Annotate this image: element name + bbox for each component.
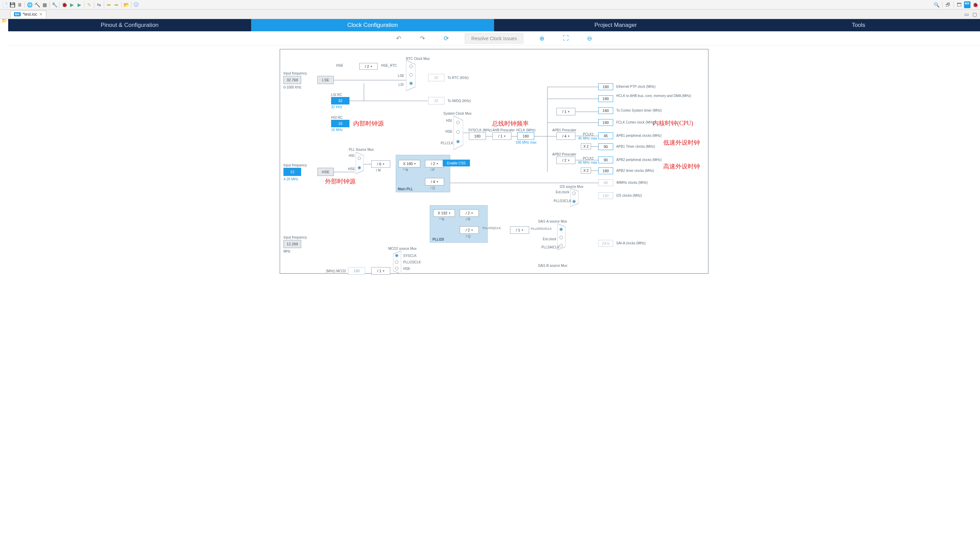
save-icon[interactable]: 💾 bbox=[9, 2, 16, 8]
fwd-icon[interactable]: ➡ bbox=[113, 2, 120, 8]
build-icon[interactable]: 🔨 bbox=[34, 2, 40, 8]
file-tab[interactable]: MX *test.ioc ✕ bbox=[10, 11, 46, 18]
highlight-icon[interactable]: ✎ bbox=[86, 2, 92, 8]
globe-icon[interactable]: 🌐 bbox=[26, 2, 33, 8]
back-icon[interactable]: ⬅ bbox=[105, 2, 112, 8]
open-icon[interactable]: 📂 bbox=[123, 2, 130, 8]
perspective-icon[interactable]: 🗗 bbox=[945, 2, 951, 8]
minimize-icon[interactable]: ▭ bbox=[963, 11, 970, 18]
info-icon[interactable]: ⓘ bbox=[133, 2, 140, 8]
run2-icon[interactable]: ▶ bbox=[76, 2, 83, 8]
top-toolbar: 📄 💾 🗎 🌐 🔨 ▦ 🔧 🐞 ▶ ▶ ✎ ⇆ ⬅ ➡ 📂 ⓘ 🔍 🗗 🗔 MX… bbox=[0, 0, 980, 10]
mx-perspective[interactable]: MX bbox=[964, 2, 971, 8]
save-all-icon[interactable]: 🗎 bbox=[16, 2, 23, 8]
persp2-icon[interactable]: 🗔 bbox=[956, 2, 963, 8]
search-icon[interactable]: 🔍 bbox=[933, 2, 940, 8]
nav-icon[interactable]: ⇆ bbox=[95, 2, 102, 8]
run-icon[interactable]: ▶ bbox=[68, 2, 75, 8]
mx-badge: MX bbox=[14, 12, 21, 16]
maximize-icon[interactable]: ▢ bbox=[971, 11, 978, 18]
tool-icon[interactable]: 🔧 bbox=[51, 2, 58, 8]
editor-tab-strip: MX *test.ioc ✕ ▭ ▢ bbox=[0, 10, 980, 19]
debug-persp-icon[interactable]: 🐞 bbox=[972, 2, 978, 8]
file-tab-label: *test.ioc bbox=[23, 12, 37, 17]
new-icon[interactable]: 📄 bbox=[2, 2, 8, 8]
debug-icon[interactable]: 🐞 bbox=[61, 2, 68, 8]
binary-icon[interactable]: ▦ bbox=[41, 2, 48, 8]
close-tab-icon[interactable]: ✕ bbox=[39, 12, 43, 17]
